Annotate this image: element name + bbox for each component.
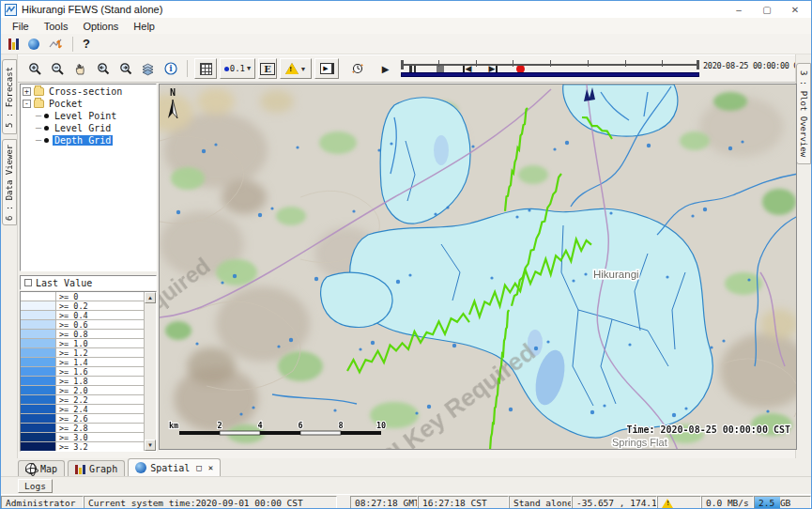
zoom-in-icon[interactable] bbox=[25, 58, 45, 79]
tree-item-cross-section[interactable]: + Cross-section bbox=[21, 85, 156, 97]
contour-interval-dropdown[interactable]: 0.1▼ bbox=[220, 58, 255, 79]
tree-branch: ─ bbox=[36, 135, 41, 146]
legend-row: >= 2.0 bbox=[21, 386, 145, 395]
status-coordinates: -35.657 , 174.199 bbox=[572, 496, 657, 509]
tree-item-label[interactable]: Cross-section bbox=[47, 86, 124, 97]
last-value-checkbox[interactable] bbox=[24, 279, 32, 286]
legend-swatch bbox=[21, 386, 56, 394]
tree-item-label[interactable]: Level Point bbox=[53, 111, 118, 121]
tree-item-pocket[interactable]: - Pocket bbox=[21, 98, 156, 109]
tree-item-level-point[interactable]: ─ Level Point bbox=[21, 110, 156, 121]
help-button[interactable]: ? bbox=[83, 37, 90, 51]
legend-label: >= 0 bbox=[56, 292, 145, 301]
time-span-bar[interactable] bbox=[401, 72, 699, 77]
time-slider-end-handle[interactable] bbox=[697, 60, 699, 69]
time-slider[interactable] bbox=[401, 56, 699, 81]
layer-bullet-icon bbox=[44, 138, 49, 143]
tree-branch: ─ bbox=[36, 123, 41, 133]
place-label-springs-flat: Springs Flat bbox=[612, 437, 667, 448]
status-user: Administrator bbox=[1, 496, 84, 509]
time-tick bbox=[476, 60, 477, 67]
animation-timer-icon[interactable] bbox=[347, 58, 367, 79]
status-memory[interactable]: 2.5 GB bbox=[754, 496, 811, 509]
legend-label: >= 2.8 bbox=[56, 424, 145, 432]
left-tab-strip: 5 : Forecast 6 : Data Viewer bbox=[1, 54, 18, 458]
thresholds-dropdown[interactable]: !▼ bbox=[280, 58, 312, 79]
legend-row: >= 0.2 bbox=[21, 301, 145, 311]
timeseries-display-icon[interactable] bbox=[8, 38, 19, 50]
maximize-button[interactable]: ▢ bbox=[753, 1, 781, 18]
tab-spatial[interactable]: Spatial □ ✕ bbox=[128, 458, 221, 476]
legend-label: >= 1.0 bbox=[56, 339, 145, 347]
time-tick bbox=[550, 60, 551, 67]
close-button[interactable]: ✕ bbox=[781, 1, 809, 18]
status-mode: Stand alone bbox=[509, 496, 572, 509]
spatial-map-view[interactable]: N Hikurangi Springs Flat API Key Require… bbox=[159, 84, 797, 450]
tab-forecast[interactable]: 5 : Forecast bbox=[2, 59, 17, 134]
legend-label: >= 0.2 bbox=[56, 301, 145, 310]
svg-text:10: 10 bbox=[376, 421, 386, 430]
layers-icon[interactable] bbox=[138, 58, 158, 79]
spatial-display-icon[interactable] bbox=[28, 39, 39, 50]
legend-swatch bbox=[21, 414, 56, 423]
menu-file[interactable]: File bbox=[5, 21, 37, 32]
grid-display-icon[interactable] bbox=[194, 58, 217, 79]
svg-text:6: 6 bbox=[298, 421, 302, 430]
legend-swatch bbox=[21, 330, 56, 338]
expand-icon[interactable]: + bbox=[23, 87, 31, 96]
layer-tree: + Cross-section - Pocket ─ Level Point ─… bbox=[20, 84, 157, 271]
animation-movie-button[interactable]: ▶ bbox=[314, 58, 339, 79]
tree-item-label-selected[interactable]: Depth Grid bbox=[53, 135, 113, 146]
layer-bullet-icon bbox=[44, 126, 49, 131]
scroll-down-icon[interactable]: ▼ bbox=[145, 440, 156, 451]
tree-item-label[interactable]: Pocket bbox=[47, 99, 84, 109]
zoom-next-icon[interactable] bbox=[115, 58, 135, 79]
status-warning[interactable]: ! bbox=[657, 496, 701, 509]
legend-label: >= 2.0 bbox=[56, 386, 145, 394]
tree-item-label[interactable]: Level Grid bbox=[53, 123, 113, 133]
legend-row: >= 2.8 bbox=[21, 424, 145, 433]
logs-button[interactable]: Logs bbox=[18, 479, 53, 493]
legend-swatch bbox=[21, 395, 56, 404]
zoom-out-icon[interactable] bbox=[48, 58, 68, 79]
menu-tools[interactable]: Tools bbox=[37, 21, 76, 32]
tree-item-depth-grid[interactable]: ─ Depth Grid bbox=[21, 134, 156, 146]
application-window: Hikurangi FEWS (Stand alone) – ▢ ✕ File … bbox=[0, 0, 812, 509]
classification-legend-button[interactable]: E bbox=[258, 58, 277, 79]
tab-plot-overview[interactable]: 3 : Plot Overview bbox=[796, 63, 811, 164]
tab-maximize-icon[interactable]: □ bbox=[196, 463, 201, 472]
legend-swatch bbox=[21, 367, 56, 376]
play-button[interactable]: ▶ bbox=[375, 58, 395, 79]
legend-label: >= 3.0 bbox=[56, 433, 145, 441]
tab-map[interactable]: Map bbox=[18, 460, 65, 476]
collapse-icon[interactable]: - bbox=[23, 100, 31, 108]
legend-row: >= 2.2 bbox=[21, 395, 145, 405]
menu-help[interactable]: Help bbox=[126, 21, 162, 32]
legend-scrollbar[interactable]: ▲ ▼ bbox=[144, 292, 156, 451]
info-icon[interactable]: i bbox=[161, 58, 180, 79]
pan-hand-icon[interactable] bbox=[70, 58, 90, 79]
time-tick bbox=[588, 60, 589, 67]
legend-label: >= 2.4 bbox=[56, 405, 145, 413]
app-icon bbox=[5, 4, 17, 16]
tree-item-level-grid[interactable]: ─ Level Grid bbox=[21, 122, 156, 133]
tab-data-viewer[interactable]: 6 : Data Viewer bbox=[2, 139, 17, 225]
menu-options[interactable]: Options bbox=[75, 21, 126, 32]
legend-row: >= 1.2 bbox=[21, 348, 145, 358]
time-slider-start-handle[interactable] bbox=[401, 60, 404, 69]
data-editor-icon[interactable] bbox=[49, 38, 63, 51]
legend-row: >= 3.0 bbox=[21, 433, 145, 442]
status-bar: Administrator Current system time:2020-0… bbox=[1, 494, 811, 509]
scroll-up-icon[interactable]: ▲ bbox=[145, 292, 156, 303]
depth-legend: >= 0 >= 0.2 >= 0.4 >= 0.6 >= 0.8 >= 1.0 … bbox=[20, 291, 157, 452]
legend-swatch bbox=[21, 301, 56, 310]
last-value-label: Last Value bbox=[36, 278, 92, 288]
tab-close-icon[interactable]: ✕ bbox=[208, 463, 213, 472]
legend-row: >= 0.6 bbox=[21, 320, 145, 330]
legend-row: >= 1.4 bbox=[21, 358, 145, 367]
legend-swatch bbox=[21, 358, 56, 366]
status-local-time: 16:27:18 CST bbox=[418, 496, 509, 509]
minimize-button[interactable]: – bbox=[725, 1, 753, 18]
tab-graph[interactable]: Graph bbox=[68, 460, 125, 476]
zoom-previous-icon[interactable] bbox=[93, 58, 113, 79]
